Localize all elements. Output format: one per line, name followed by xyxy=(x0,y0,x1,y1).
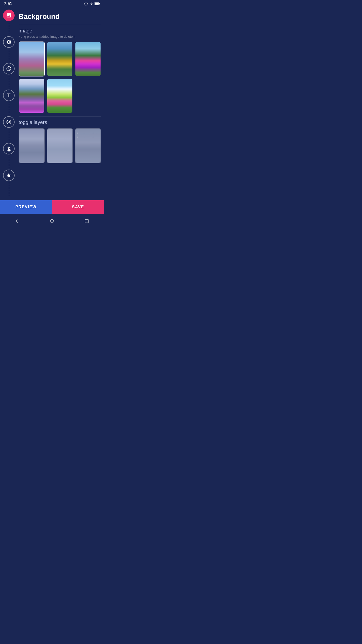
svg-rect-1 xyxy=(99,3,100,4)
status-icons xyxy=(83,2,100,6)
sidebar-item-clock[interactable] xyxy=(3,63,15,74)
image-thumbnail-tulips xyxy=(19,42,44,76)
svg-rect-4 xyxy=(85,219,88,223)
divider-top xyxy=(19,25,101,25)
preview-button[interactable]: PREVIEW xyxy=(0,200,52,214)
svg-point-3 xyxy=(50,219,54,223)
emoji-icon xyxy=(6,119,12,125)
sidebar-item-background[interactable] xyxy=(3,10,15,21)
status-time: 7:51 xyxy=(4,2,12,6)
image-thumbnail-lavender xyxy=(19,79,44,113)
image-card-tulips[interactable] xyxy=(19,42,45,76)
layer-card-fog[interactable] xyxy=(19,128,45,163)
recent-button[interactable] xyxy=(82,217,91,226)
image-grid xyxy=(19,42,101,113)
sidebar-item-emoji[interactable] xyxy=(3,116,15,128)
star-icon xyxy=(6,173,12,178)
layer-grid xyxy=(19,128,101,163)
clock-icon xyxy=(6,66,12,71)
nav-bar xyxy=(0,214,104,229)
stars-overlay xyxy=(75,129,101,163)
image-section-subtitle: *long press an added image to delete it xyxy=(19,35,101,38)
home-button[interactable] xyxy=(48,217,57,226)
bottom-bar: PREVIEW SAVE xyxy=(0,200,104,214)
layer-thumbnail-fog xyxy=(19,129,44,163)
image-card-meadow2[interactable] xyxy=(47,78,73,113)
svg-rect-2 xyxy=(95,3,99,5)
image-thumbnail-meadow1 xyxy=(75,42,101,76)
layer-thumbnail-clouds xyxy=(47,129,72,163)
image-thumbnail-sunflowers xyxy=(47,42,72,76)
sidebar-item-text[interactable] xyxy=(3,90,15,101)
image-thumbnail-meadow2 xyxy=(47,79,72,113)
signal-icon xyxy=(89,2,94,6)
toggle-section-title: toggle layers xyxy=(19,119,101,125)
image-icon xyxy=(6,13,12,18)
image-section-title: image xyxy=(19,28,101,34)
sidebar-item-settings[interactable] xyxy=(3,36,15,48)
wifi-icon xyxy=(83,2,88,6)
page-header: Background xyxy=(19,11,101,24)
recent-icon xyxy=(84,219,89,224)
sidebar xyxy=(0,8,18,196)
layer-card-clouds[interactable] xyxy=(47,128,73,163)
divider-middle xyxy=(19,116,101,116)
save-button[interactable]: SAVE xyxy=(52,200,104,214)
app-container: Background image *long press an added im… xyxy=(0,8,104,196)
gear-icon xyxy=(6,39,12,45)
image-card-sunflowers[interactable] xyxy=(47,42,73,76)
status-bar: 7:51 xyxy=(0,0,104,8)
content-area: Background image *long press an added im… xyxy=(18,8,104,196)
page-title: Background xyxy=(19,13,101,21)
image-card-meadow1[interactable] xyxy=(75,42,101,76)
back-icon xyxy=(15,219,20,224)
text-icon xyxy=(6,93,12,98)
sidebar-item-touch[interactable] xyxy=(3,143,15,154)
layer-card-stars[interactable] xyxy=(75,128,101,163)
toggle-section: toggle layers xyxy=(19,119,101,163)
image-section: image *long press an added image to dele… xyxy=(19,28,101,113)
sidebar-item-favorites[interactable] xyxy=(3,170,15,181)
image-card-lavender[interactable] xyxy=(19,78,45,113)
layer-thumbnail-stars xyxy=(75,129,101,163)
back-button[interactable] xyxy=(13,217,22,226)
home-icon xyxy=(50,219,55,224)
touch-icon xyxy=(6,146,12,151)
battery-icon xyxy=(95,2,100,6)
